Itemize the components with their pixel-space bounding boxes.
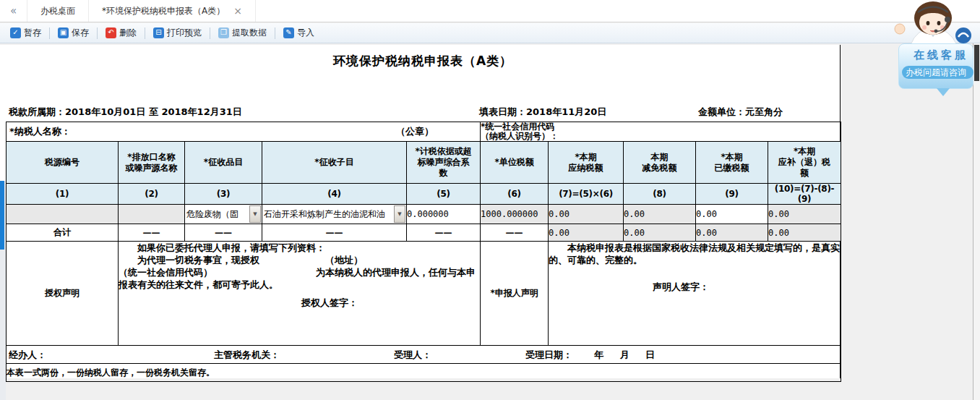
auth-signature-label: 授权人签字： (301, 297, 480, 310)
total-payable: 0.00 (549, 224, 624, 242)
credit-code-label: *统一社会信用代码 （纳税人识别号）： (481, 122, 841, 142)
collapse-tabs-icon[interactable]: « (0, 0, 27, 22)
paid-input[interactable]: 0.00 (696, 205, 768, 224)
accept-date-label: 受理日期： (525, 349, 572, 362)
avatar-illustration (890, 0, 976, 45)
col-index: (8) (624, 184, 696, 205)
year-label: 年 (594, 349, 603, 362)
customer-service-avatar[interactable] (890, 0, 976, 45)
taxsource-no-field (7, 205, 119, 224)
form-title: 环境保护税纳税申报表（A类） (6, 53, 840, 69)
col-header-outlet: *排放口名称 或噪声源名称 (119, 142, 185, 184)
col-index: (7)=(5)×(6) (549, 184, 624, 205)
taxpayer-name-cell: *纳税人名称： （公章） (7, 122, 481, 142)
total-dash: —— (119, 224, 185, 242)
print-preview-button[interactable]: ⊟ 打印预览 (153, 27, 202, 39)
seal-label: （公章） (396, 125, 434, 138)
col-header-levy-subitem: *征收子目 (262, 142, 407, 184)
col-index: (5) (407, 184, 481, 205)
toolbar-divider (210, 27, 210, 39)
declarant-label: *申报人声明 (481, 242, 549, 346)
declarant-signature-label: 声明人签字： (653, 281, 841, 294)
toolbar-divider (97, 27, 98, 39)
toolbar-divider (145, 27, 145, 39)
tax-basis-input[interactable]: 0.000000 (407, 205, 481, 224)
total-dash: —— (185, 224, 262, 242)
levy-subitem-select[interactable]: 石油开采和炼制产生的油泥和油 ▼ (262, 205, 407, 224)
toolbar-divider (49, 27, 50, 39)
draft-save-icon: ✓ (10, 27, 21, 38)
import-button[interactable]: ✎ 导入 (283, 27, 314, 39)
col-index: (3) (185, 184, 262, 205)
online-service-bubble[interactable]: 在线客服 办税问题请咨询 (898, 43, 973, 89)
auth-declaration-text: 如果你已委托代理人申报，请填写下列资料： 为代理一切税务事宜，现授权 （地址） … (119, 242, 480, 291)
tab-bar: « 办税桌面 *环境保护税纳税申报表（A类） × (0, 0, 980, 22)
col-index: (4) (262, 184, 407, 205)
form-meta-row: 税款所属期：2018年10月01日 至 2018年12月31日 填表日期：201… (6, 106, 840, 119)
total-row: 合计 —— —— —— —— —— 0.00 0.00 0.00 0.00 (7, 224, 841, 242)
chevron-down-icon[interactable]: ▼ (249, 205, 261, 223)
extract-data-icon: ❐ (218, 27, 229, 38)
col-index: (1) (7, 184, 119, 205)
tax-form: 环境保护税纳税申报表（A类） 税款所属期：2018年10月01日 至 2018年… (6, 45, 841, 378)
save-icon: ▣ (58, 27, 69, 38)
tax-authority-label: 主管税务机关： (214, 349, 280, 362)
col-header-tax-basis: *计税依据或超 标噪声综合系 数 (407, 142, 481, 184)
total-paid: 0.00 (696, 224, 768, 242)
col-header-unit-tax: *单位税额 (481, 142, 549, 184)
col-index: (6) (481, 184, 549, 205)
declarant-cell: 本纳税申报表是根据国家税收法律法规及相关规定填写的，是真实的、可靠的、完整的。 … (549, 242, 841, 346)
auth-declaration-label: 授权声明 (7, 242, 119, 346)
col-header-payable: *本期 应纳税额 (549, 142, 624, 184)
left-scroll-indicator[interactable] (0, 181, 4, 250)
footer-row: 经办人： 主管税务机关： 受理人： 受理日期： 年 月 日 (7, 346, 841, 364)
tab-label: *环境保护税纳税申报表（A类） (102, 5, 225, 17)
auth-declaration-cell: 如果你已委托代理人申报，请填写下列资料： 为代理一切税务事宜，现授权 （地址） … (119, 242, 481, 346)
outlet-name-field (119, 205, 185, 224)
col-header-taxsource: 税源编号 (7, 142, 119, 184)
total-dash: —— (481, 224, 549, 242)
online-service-title: 在线客服 (899, 44, 973, 62)
tab-label: 办税桌面 (40, 5, 75, 17)
agent-label: 经办人： (9, 349, 46, 362)
total-dash: —— (407, 224, 481, 242)
scrollbar-thumb[interactable] (974, 45, 979, 81)
tab-env-tax-form[interactable]: *环境保护税纳税申报表（A类） × (89, 0, 256, 22)
day-label: 日 (645, 349, 655, 362)
unit-tax-field: 1000.000000 (481, 205, 549, 224)
total-dash: —— (262, 224, 407, 242)
copies-note: 本表一式两份，一份纳税人留存，一份税务机关留存。 (7, 364, 841, 382)
draft-save-button[interactable]: ✓ 暂存 (10, 27, 41, 39)
col-index: (9) (696, 184, 768, 205)
extract-data-button[interactable]: ❐ 提取数据 (218, 27, 267, 39)
taxpayer-name-label: *纳税人名称： (9, 125, 71, 138)
col-index: (2) (119, 184, 185, 205)
table-row: 危险废物（固 ▼ 石油开采和炼制产生的油泥和油 ▼ 0.000000 1000.… (7, 205, 841, 224)
col-header-paid: *本期 已缴税额 (696, 142, 768, 184)
col-header-reduced: 本期 减免税额 (624, 142, 696, 184)
save-button[interactable]: ▣ 保存 (58, 27, 89, 39)
amount-unit: 金额单位：元至角分 (698, 106, 783, 119)
print-preview-icon: ⊟ (153, 27, 164, 38)
service-badge-icon (955, 27, 971, 43)
levy-item-select[interactable]: 危险废物（固 ▼ (185, 205, 262, 224)
delete-icon: ↶ (106, 27, 116, 38)
online-service-subtitle: 办税问题请咨询 (902, 66, 973, 79)
fill-date: 填表日期：2018年11月20日 (479, 106, 606, 119)
month-label: 月 (620, 349, 629, 362)
total-label: 合计 (7, 224, 119, 242)
toolbar: ✓ 暂存 ▣ 保存 ↶ 删除 ⊟ 打印预览 ❐ 提取数据 ✎ 导入 (0, 23, 980, 43)
import-icon: ✎ (283, 27, 294, 38)
close-tab-icon[interactable]: × (233, 6, 242, 16)
col-header-levy-item: *征收品目 (185, 142, 262, 184)
vertical-scrollbar[interactable] (973, 43, 980, 400)
tab-tax-desktop[interactable]: 办税桌面 (27, 0, 89, 22)
reduced-field: 0.00 (624, 205, 696, 224)
chevron-down-icon[interactable]: ▼ (394, 205, 405, 223)
delete-button[interactable]: ↶ 删除 (106, 27, 137, 39)
acceptor-label: 受理人： (394, 349, 431, 362)
col-index: (10)=(7)-(8)-(9) (768, 184, 841, 205)
total-reduced: 0.00 (624, 224, 696, 242)
app-window: « 办税桌面 *环境保护税纳税申报表（A类） × ✓ 暂存 ▣ 保存 ↶ 删除 … (0, 0, 980, 400)
tax-period: 税款所属期：2018年10月01日 至 2018年12月31日 (9, 106, 242, 119)
